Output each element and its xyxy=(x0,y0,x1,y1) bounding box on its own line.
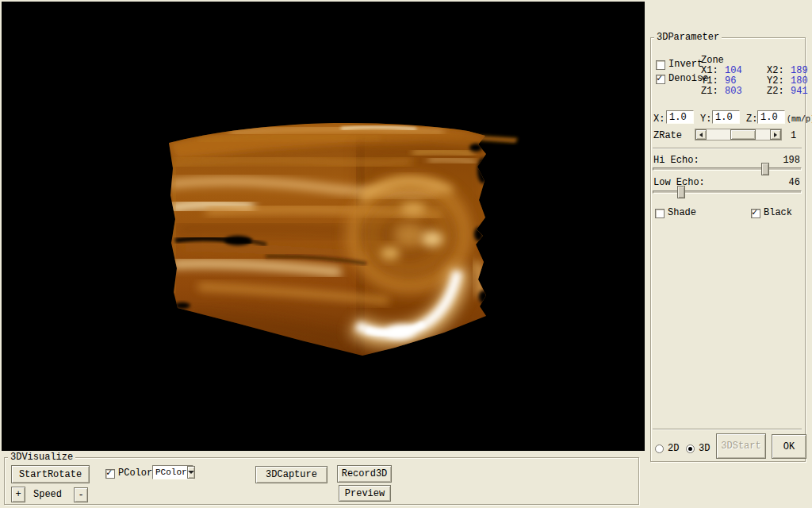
low-echo-value: 46 xyxy=(776,178,800,188)
mode-2d-radio[interactable] xyxy=(655,444,664,453)
zrate-value: 1 xyxy=(791,131,796,141)
scale-z-input[interactable] xyxy=(757,110,785,124)
render-viewport[interactable] xyxy=(0,0,645,451)
separator-line xyxy=(653,429,802,430)
pcolor-combo-value: PColor xyxy=(155,468,187,477)
volume-render-3d xyxy=(2,2,645,451)
invert-checkbox[interactable] xyxy=(656,60,665,70)
parameter-group-title: 3DParameter xyxy=(654,32,722,43)
invert-label: Invert xyxy=(668,60,703,70)
visualize-groupbox: 3DVisualize StartRotate + Speed - PColor… xyxy=(4,457,639,505)
zrate-scroll-thumb[interactable] xyxy=(730,129,756,140)
scale-z-label: Z: xyxy=(746,114,757,125)
ok-button[interactable]: OK xyxy=(772,434,806,459)
zone-z2-value: 941 xyxy=(791,87,808,97)
mode-3d-label: 3D xyxy=(699,444,710,454)
speed-label: Speed xyxy=(33,490,62,500)
record-3d-button[interactable]: Record3D xyxy=(337,465,392,483)
scale-x-label: X: xyxy=(653,114,665,125)
zrate-scroll-left-button[interactable] xyxy=(695,129,707,140)
pcolor-combo-dropdown-button[interactable] xyxy=(187,466,195,479)
zone-z2-label: Z2: xyxy=(767,87,784,97)
chevron-down-icon xyxy=(188,471,194,477)
arrow-left-icon xyxy=(697,133,703,137)
shade-label: Shade xyxy=(668,208,696,218)
zone-z1-label: Z1: xyxy=(701,87,718,97)
pcolor-label: PColor xyxy=(118,468,152,479)
denoise-checkbox[interactable] xyxy=(656,75,665,84)
separator-line xyxy=(653,148,802,149)
black-label: Black xyxy=(764,208,792,218)
hi-echo-slider-track[interactable] xyxy=(653,167,802,171)
zrate-scrollbar[interactable] xyxy=(695,129,782,140)
mode-3d-radio[interactable] xyxy=(686,444,695,453)
scale-unit-label: (mm/p) xyxy=(787,114,812,125)
zrate-label: ZRate xyxy=(653,131,682,141)
black-checkbox[interactable] xyxy=(751,209,760,218)
capture-3d-button[interactable]: 3DCapture xyxy=(255,466,327,483)
speed-minus-button[interactable]: - xyxy=(74,487,88,502)
shade-checkbox[interactable] xyxy=(655,209,665,218)
scale-y-label: Y: xyxy=(700,114,711,125)
visualize-group-title: 3DVisualize xyxy=(8,452,75,463)
pcolor-combobox[interactable]: PColor xyxy=(152,465,193,479)
preview-button[interactable]: Preview xyxy=(339,485,391,502)
hi-echo-slider-thumb[interactable] xyxy=(761,163,769,175)
zone-z1-value: 803 xyxy=(725,87,742,97)
speed-plus-button[interactable]: + xyxy=(11,487,25,502)
start-rotate-button[interactable]: StartRotate xyxy=(11,465,90,483)
hi-echo-value: 198 xyxy=(776,156,800,166)
parameter-panel: 3DParameter Invert Denoise Zone X1: 104 … xyxy=(645,0,812,508)
visualize-panel: 3DVisualize StartRotate + Speed - PColor… xyxy=(0,451,645,508)
pcolor-checkbox[interactable] xyxy=(105,469,115,479)
scale-y-input[interactable] xyxy=(712,110,740,124)
low-echo-slider-track[interactable] xyxy=(653,190,802,194)
arrow-right-icon xyxy=(774,133,779,137)
hi-echo-label: Hi Echo: xyxy=(653,156,699,166)
zrate-scroll-right-button[interactable] xyxy=(770,129,781,140)
start-3d-button[interactable]: 3DStart xyxy=(716,433,766,459)
viewport-background xyxy=(2,2,645,451)
mode-2d-label: 2D xyxy=(668,444,679,454)
low-echo-slider-thumb[interactable] xyxy=(677,186,685,198)
scale-x-input[interactable] xyxy=(666,110,694,124)
parameter-groupbox: 3DParameter Invert Denoise Zone X1: 104 … xyxy=(650,37,806,462)
